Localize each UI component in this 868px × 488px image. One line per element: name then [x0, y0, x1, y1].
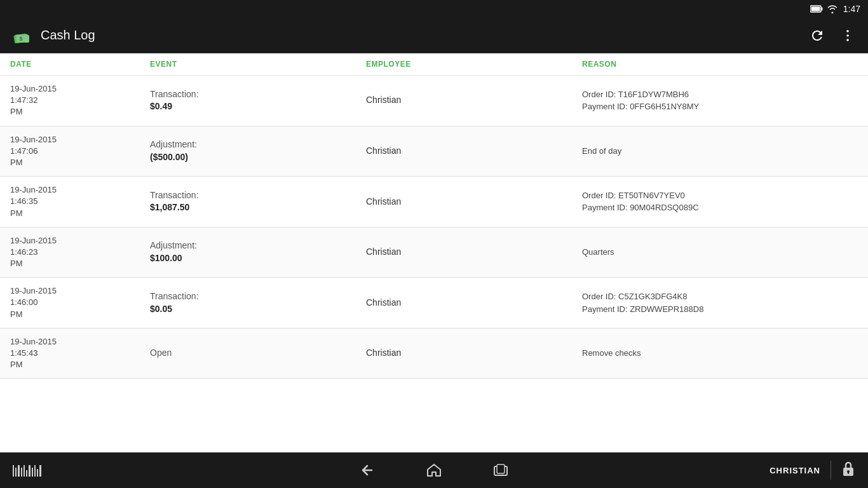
battery-icon: [810, 5, 823, 13]
reason-line-1: Order ID: ET50TN6V7YEV0: [582, 191, 685, 200]
cell-date: 19-Jun-20151:45:43PM: [10, 336, 150, 371]
reason-line-1: Remove checks: [582, 348, 641, 358]
nav-username: CHRISTIAN: [770, 466, 820, 475]
reason-line-1: Order ID: C5Z1GK3DFG4K8: [582, 292, 687, 301]
cell-employee: Christian: [366, 94, 582, 107]
table-row: 19-Jun-20151:46:35PM Transaction: $1,087…: [0, 177, 868, 227]
nav-left: [13, 464, 41, 477]
event-amount: $100.00: [150, 253, 182, 263]
app-icon: $: [10, 24, 33, 47]
event-type: Transaction:: [150, 190, 199, 200]
svg-point-7: [846, 30, 849, 32]
cell-employee: Christian: [366, 297, 582, 309]
nav-right: CHRISTIAN: [770, 461, 855, 480]
cell-event: Open: [150, 347, 366, 360]
recents-icon: [492, 463, 509, 477]
reason-line-2: Payment ID: ZRDWWEPR188D8: [582, 304, 703, 314]
reason-line-1: End of day: [582, 146, 621, 156]
event-amount: $1,087.50: [150, 202, 189, 212]
table-row: 19-Jun-20151:47:32PM Transaction: $0.49 …: [0, 76, 868, 126]
reason-line-1: Order ID: T16F1DYW7MBH6: [582, 90, 689, 99]
table-row: 19-Jun-20151:45:43PM Open Christian Remo…: [0, 329, 868, 379]
cell-reason: Remove checks: [582, 347, 858, 360]
back-button[interactable]: [359, 463, 376, 477]
cell-reason: End of day: [582, 145, 858, 158]
cell-event: Transaction: $1,087.50: [150, 189, 366, 214]
cell-employee: Christian: [366, 347, 582, 360]
nav-divider: [831, 461, 831, 480]
event-type: Open: [150, 348, 172, 358]
table-row: 19-Jun-20151:46:00PM Transaction: $0.05 …: [0, 278, 868, 329]
nav-bar: CHRISTIAN: [0, 452, 868, 488]
cell-reason: Quarters: [582, 246, 858, 259]
cell-date: 19-Jun-20151:46:35PM: [10, 184, 150, 219]
app-title: Cash Log: [41, 28, 799, 43]
table-container: DATE EVENT EMPLOYEE REASON 19-Jun-20151:…: [0, 53, 868, 452]
app-bar-actions: [807, 25, 858, 46]
event-amount: $0.05: [150, 304, 172, 314]
svg-rect-5: [17, 35, 29, 43]
event-amount: $0.49: [150, 101, 172, 111]
svg-rect-14: [848, 471, 849, 474]
event-type: Transaction:: [150, 291, 199, 301]
cell-event: Transaction: $0.49: [150, 88, 366, 113]
cell-date: 19-Jun-20151:46:23PM: [10, 235, 150, 270]
col-event-header: EVENT: [150, 60, 366, 69]
event-type: Adjustment:: [150, 139, 197, 149]
app-bar: $ Cash Log: [0, 18, 868, 53]
event-amount: ($500.00): [150, 152, 188, 162]
svg-rect-1: [821, 8, 822, 11]
svg-rect-2: [811, 7, 820, 11]
recents-button[interactable]: [492, 463, 509, 477]
col-employee-header: EMPLOYEE: [366, 60, 582, 69]
cell-event: Transaction: $0.05: [150, 290, 366, 315]
refresh-button[interactable]: [807, 25, 827, 46]
table-body: 19-Jun-20151:47:32PM Transaction: $0.49 …: [0, 76, 868, 379]
event-type: Transaction:: [150, 89, 199, 99]
table-row: 19-Jun-20151:46:23PM Adjustment: $100.00…: [0, 227, 868, 278]
reason-line-2: Payment ID: 0FFG6H51NY8MY: [582, 102, 699, 111]
more-icon: [840, 28, 855, 43]
home-icon: [426, 463, 442, 477]
cell-date: 19-Jun-20151:47:06PM: [10, 134, 150, 169]
reason-line-1: Quarters: [582, 247, 614, 257]
back-icon: [359, 463, 376, 477]
table-row: 19-Jun-20151:47:06PM Adjustment: ($500.0…: [0, 126, 868, 177]
refresh-icon: [810, 28, 825, 43]
reason-line-2: Payment ID: 90M04RDSQ089C: [582, 203, 699, 212]
svg-text:$: $: [19, 36, 22, 42]
signal-icon: [827, 4, 838, 13]
table-header: DATE EVENT EMPLOYEE REASON: [0, 53, 868, 76]
cash-icon: $: [11, 25, 32, 46]
cell-reason: Order ID: C5Z1GK3DFG4K8 Payment ID: ZRDW…: [582, 290, 858, 315]
more-button[interactable]: [837, 25, 858, 46]
cell-reason: Order ID: T16F1DYW7MBH6 Payment ID: 0FFG…: [582, 88, 858, 113]
status-bar: 1:47: [0, 0, 868, 18]
barcode-icon: [13, 464, 41, 477]
col-reason-header: REASON: [582, 60, 858, 69]
lock-icon: [841, 461, 855, 480]
event-type: Adjustment:: [150, 240, 197, 250]
svg-rect-11: [497, 464, 505, 473]
cell-date: 19-Jun-20151:46:00PM: [10, 285, 150, 320]
cell-employee: Christian: [366, 196, 582, 208]
nav-center: [359, 463, 509, 477]
home-button[interactable]: [426, 463, 442, 477]
svg-point-9: [846, 39, 849, 41]
status-time: 1:47: [843, 4, 860, 14]
cell-reason: Order ID: ET50TN6V7YEV0 Payment ID: 90M0…: [582, 189, 858, 214]
col-date-header: DATE: [10, 60, 150, 69]
cell-date: 19-Jun-20151:47:32PM: [10, 83, 150, 118]
cell-event: Adjustment: ($500.00): [150, 139, 366, 163]
cell-event: Adjustment: $100.00: [150, 240, 366, 264]
cell-employee: Christian: [366, 145, 582, 158]
cell-employee: Christian: [366, 246, 582, 259]
svg-point-8: [846, 34, 849, 37]
status-icons: [810, 4, 838, 13]
